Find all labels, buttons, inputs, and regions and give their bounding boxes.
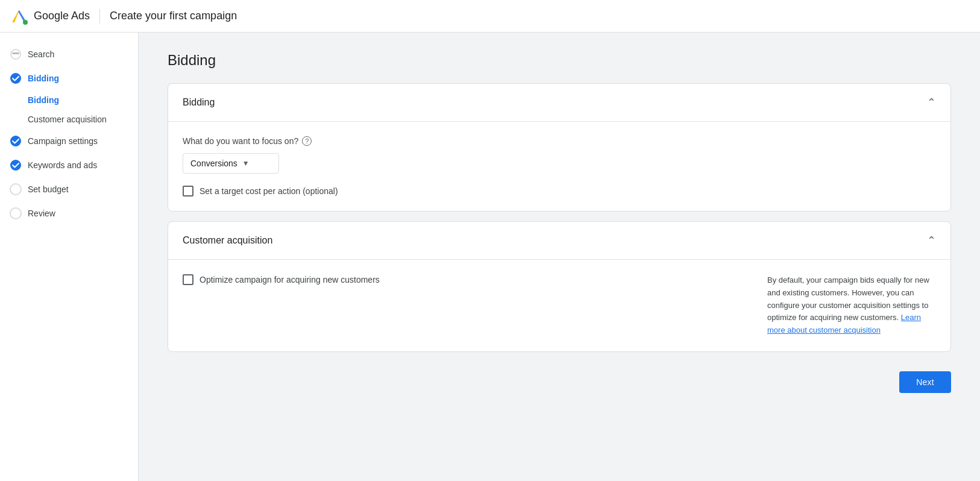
bidding-card-body: What do you want to focus on? ? Conversi… bbox=[168, 122, 950, 211]
customer-acquisition-title: Customer acquisition bbox=[183, 235, 272, 246]
customer-acquisition-body: Optimize campaign for acquiring new cust… bbox=[168, 260, 950, 351]
customer-acquisition-card-header: Customer acquisition ⌃ bbox=[168, 222, 950, 260]
sidebar-item-campaign-settings[interactable]: Campaign settings bbox=[0, 129, 138, 153]
page-title: Bidding bbox=[168, 52, 951, 69]
sidebar-item-bidding-label: Bidding bbox=[28, 74, 59, 83]
svg-point-8 bbox=[10, 160, 21, 171]
app-logo: Google Ads bbox=[10, 7, 90, 26]
set-budget-circle-icon bbox=[10, 183, 22, 195]
svg-point-6 bbox=[10, 73, 21, 84]
sidebar-sub-item-bidding[interactable]: Bidding bbox=[0, 90, 138, 110]
optimize-campaign-label: Optimize campaign for acquiring new cust… bbox=[199, 275, 380, 285]
search-check-icon bbox=[10, 48, 22, 60]
bidding-card: Bidding ⌃ What do you want to focus on? … bbox=[168, 83, 951, 212]
customer-acquisition-card: Customer acquisition ⌃ Optimize campaign… bbox=[168, 221, 951, 352]
sidebar-item-keywords-ads-label: Keywords and ads bbox=[28, 160, 97, 170]
focus-help-icon[interactable]: ? bbox=[302, 136, 312, 146]
sidebar-item-campaign-settings-label: Campaign settings bbox=[28, 136, 98, 146]
target-cost-checkbox[interactable] bbox=[183, 186, 193, 196]
campaign-settings-check-icon bbox=[10, 135, 22, 147]
google-ads-icon bbox=[10, 7, 29, 26]
bidding-check-icon bbox=[10, 72, 22, 84]
customer-acquisition-collapse-icon[interactable]: ⌃ bbox=[927, 234, 936, 247]
focus-label: What do you want to focus on? ? bbox=[183, 136, 936, 146]
optimize-campaign-checkbox[interactable] bbox=[183, 274, 193, 285]
sidebar-sub-item-customer-acquisition[interactable]: Customer acquisition bbox=[0, 110, 138, 129]
focus-dropdown[interactable]: Conversions ▼ bbox=[183, 153, 279, 174]
sidebar-sub-customer-acq-label: Customer acquisition bbox=[28, 115, 107, 124]
keywords-ads-check-icon bbox=[10, 159, 22, 171]
sidebar-item-review[interactable]: Review bbox=[0, 201, 138, 225]
sidebar-sub-bidding-label: Bidding bbox=[28, 95, 59, 105]
main-content: Bidding Bidding ⌃ What do you want to fo… bbox=[139, 33, 980, 481]
sidebar-item-review-label: Review bbox=[28, 209, 55, 218]
page-layout: Search Bidding Bidding Customer acquisit… bbox=[0, 33, 980, 481]
app-name-label: Google Ads bbox=[34, 10, 90, 22]
target-cost-row: Set a target cost per action (optional) bbox=[183, 186, 936, 196]
svg-point-7 bbox=[10, 136, 21, 146]
header: Google Ads Create your first campaign bbox=[0, 0, 980, 33]
customer-acquisition-right: By default, your campaign bids equally f… bbox=[767, 274, 936, 337]
sidebar-item-bidding[interactable]: Bidding bbox=[0, 66, 138, 90]
focus-label-text: What do you want to focus on? bbox=[183, 136, 298, 146]
header-divider bbox=[99, 9, 100, 24]
target-cost-label: Set a target cost per action (optional) bbox=[199, 186, 338, 196]
focus-dropdown-arrow-icon: ▼ bbox=[242, 159, 250, 168]
bidding-card-title: Bidding bbox=[183, 97, 215, 108]
sidebar-item-keywords-ads[interactable]: Keywords and ads bbox=[0, 153, 138, 177]
focus-dropdown-value: Conversions bbox=[190, 159, 237, 168]
review-circle-icon bbox=[10, 207, 22, 219]
svg-marker-1 bbox=[12, 10, 19, 22]
bidding-card-header: Bidding ⌃ bbox=[168, 84, 950, 122]
next-button[interactable]: Next bbox=[899, 371, 951, 393]
sidebar: Search Bidding Bidding Customer acquisit… bbox=[0, 33, 139, 481]
sidebar-item-set-budget-label: Set budget bbox=[28, 184, 69, 194]
sidebar-item-search[interactable]: Search bbox=[0, 42, 138, 66]
sidebar-item-set-budget[interactable]: Set budget bbox=[0, 177, 138, 201]
footer-actions: Next bbox=[168, 362, 951, 403]
sidebar-item-search-label: Search bbox=[28, 49, 54, 59]
customer-acquisition-left: Optimize campaign for acquiring new cust… bbox=[183, 274, 748, 337]
svg-rect-5 bbox=[12, 52, 19, 54]
svg-point-3 bbox=[23, 20, 28, 25]
optimize-campaign-row: Optimize campaign for acquiring new cust… bbox=[183, 274, 748, 285]
bidding-collapse-icon[interactable]: ⌃ bbox=[927, 96, 936, 109]
campaign-title: Create your first campaign bbox=[110, 10, 237, 22]
